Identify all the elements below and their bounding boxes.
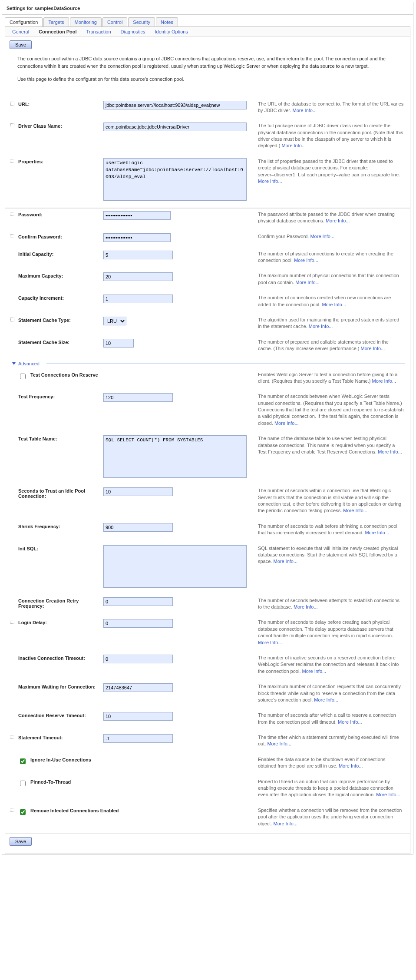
input-driver[interactable]	[103, 122, 247, 131]
subtab-identity-options[interactable]: Identity Options	[150, 27, 192, 36]
more-info-link[interactable]: More Info...	[310, 234, 334, 239]
more-info-link[interactable]: More Info...	[322, 302, 346, 307]
save-button-bottom[interactable]: Save	[10, 837, 32, 846]
field-help: SQL statement to execute that will initi…	[254, 543, 410, 595]
input-reserveTimeout[interactable]	[103, 712, 173, 721]
checkbox-removeInfected[interactable]	[20, 809, 26, 815]
tab-control[interactable]: Control	[102, 17, 127, 26]
more-info-link[interactable]: More Info...	[273, 559, 297, 564]
label-testTable: Test Table Name:	[15, 433, 100, 485]
more-info-link[interactable]: More Info...	[302, 669, 327, 674]
settings-panel: Settings for samplesDataSource Configura…	[2, 2, 413, 854]
input-capIncrement[interactable]	[103, 295, 173, 303]
more-info-link[interactable]: More Info...	[376, 792, 400, 797]
field-help: The number of seconds to wait before shr…	[254, 520, 410, 543]
more-info-link[interactable]: More Info...	[326, 218, 350, 223]
more-info-link[interactable]: More Info...	[309, 324, 333, 329]
input-password[interactable]	[103, 211, 171, 220]
advanced-toggle[interactable]: Advanced	[5, 358, 410, 369]
more-info-link[interactable]: More Info...	[338, 719, 362, 725]
more-info-link[interactable]: More Info...	[294, 258, 318, 263]
label-driver: Driver Class Name:	[15, 120, 100, 156]
tab-monitoring[interactable]: Monitoring	[70, 17, 102, 26]
more-info-link[interactable]: More Info...	[258, 179, 282, 184]
input-maxCapacity[interactable]	[103, 272, 173, 281]
subtab-diagnostics[interactable]: Diagnostics	[116, 27, 150, 36]
restart-required-icon	[10, 159, 14, 163]
label-ignoreInUse: Ignore In-Use Connections	[30, 757, 91, 762]
more-info-link[interactable]: More Info...	[258, 640, 282, 645]
more-info-link[interactable]: More Info...	[273, 821, 297, 826]
panel-title: Settings for samplesDataSource	[2, 2, 413, 15]
input-url[interactable]	[103, 101, 247, 109]
input-stmtTimeout[interactable]	[103, 734, 173, 743]
more-info-link[interactable]: More Info...	[314, 697, 338, 702]
restart-required-icon	[10, 735, 14, 739]
subtab-connection-pool[interactable]: Connection Pool	[34, 27, 81, 36]
field-help: Enables WebLogic Server to test a connec…	[254, 369, 410, 391]
label-url: URL:	[15, 98, 100, 120]
more-info-link[interactable]: More Info...	[372, 378, 396, 384]
restart-required-icon	[10, 234, 14, 238]
subtab-general[interactable]: General	[8, 27, 33, 36]
input-inactiveTimeout[interactable]	[103, 655, 173, 663]
input-trustIdle[interactable]	[103, 487, 173, 496]
more-info-link[interactable]: More Info...	[292, 108, 317, 113]
tab-security[interactable]: Security	[128, 17, 155, 26]
more-info-link[interactable]: More Info...	[267, 741, 291, 746]
label-cacheSize: Statement Cache Size:	[15, 336, 100, 358]
input-maxWaiting[interactable]	[103, 683, 173, 692]
label-cacheType: Statement Cache Type:	[15, 314, 100, 336]
input-shrinkFreq[interactable]	[103, 523, 173, 532]
save-button-top[interactable]: Save	[10, 40, 32, 49]
input-testFreq[interactable]	[103, 393, 173, 402]
label-removeInfected: Remove Infected Connections Enabled	[30, 808, 119, 813]
checkbox-pinned[interactable]	[20, 781, 26, 786]
field-help: The list of properties passed to the JDB…	[254, 156, 410, 208]
field-help: The algorithm used for maintaining the p…	[254, 314, 410, 336]
input-initialCapacity[interactable]	[103, 251, 173, 259]
tab-configuration[interactable]: Configuration	[5, 17, 43, 26]
input-confirm[interactable]	[103, 233, 171, 242]
tab-targets[interactable]: Targets	[43, 17, 69, 26]
label-confirm: Confirm Password:	[15, 231, 100, 248]
label-loginDelay: Login Delay:	[15, 616, 100, 652]
field-help: Specifies whether a connection will be r…	[254, 805, 410, 833]
textarea-properties[interactable]	[103, 158, 247, 201]
label-pinned: Pinned-To-Thread	[30, 779, 71, 785]
more-info-link[interactable]: More Info...	[339, 763, 363, 768]
more-info-link[interactable]: More Info...	[274, 420, 299, 426]
textarea-initSql[interactable]	[103, 545, 247, 588]
intro-text: The connection pool within a JDBC data s…	[5, 55, 410, 98]
more-info-link[interactable]: More Info...	[295, 280, 320, 285]
field-help: The maximum number of physical connectio…	[254, 270, 410, 292]
field-help: The number of prepared and callable stat…	[254, 336, 410, 358]
more-info-link[interactable]: More Info...	[378, 449, 402, 454]
field-help: The full package name of JDBC driver cla…	[254, 120, 410, 156]
tab-notes[interactable]: Notes	[156, 17, 178, 26]
label-maxCapacity: Maximum Capacity:	[15, 270, 100, 292]
textarea-testTable[interactable]	[103, 435, 247, 478]
more-info-link[interactable]: More Info...	[294, 604, 318, 609]
more-info-link[interactable]: More Info...	[281, 143, 306, 148]
input-loginDelay[interactable]	[103, 619, 173, 628]
input-retryFreq[interactable]	[103, 597, 173, 606]
intro-paragraph-1: The connection pool within a JDBC data s…	[17, 55, 402, 70]
field-help: The number of seconds within a connectio…	[254, 485, 410, 520]
more-info-link[interactable]: More Info...	[343, 508, 367, 513]
subtab-transaction[interactable]: Transaction	[82, 27, 116, 36]
label-initialCapacity: Initial Capacity:	[15, 248, 100, 270]
label-capIncrement: Capacity Increment:	[15, 292, 100, 314]
restart-required-icon	[10, 808, 14, 812]
label-trustIdle: Seconds to Trust an Idle Pool Connection…	[15, 485, 100, 520]
more-info-link[interactable]: More Info...	[361, 346, 385, 351]
advanced-label: Advanced	[18, 361, 40, 366]
select-cacheType[interactable]: LRU	[103, 317, 126, 325]
checkbox-testOnReserve[interactable]	[20, 374, 26, 379]
field-help: The maximum number of connection request…	[254, 681, 410, 709]
field-help: Confirm your Password. More Info...	[254, 231, 410, 248]
input-cacheSize[interactable]	[103, 339, 134, 348]
more-info-link[interactable]: More Info...	[365, 530, 389, 535]
checkbox-ignoreInUse[interactable]	[20, 758, 26, 764]
intro-paragraph-2: Use this page to define the configuratio…	[17, 76, 402, 83]
